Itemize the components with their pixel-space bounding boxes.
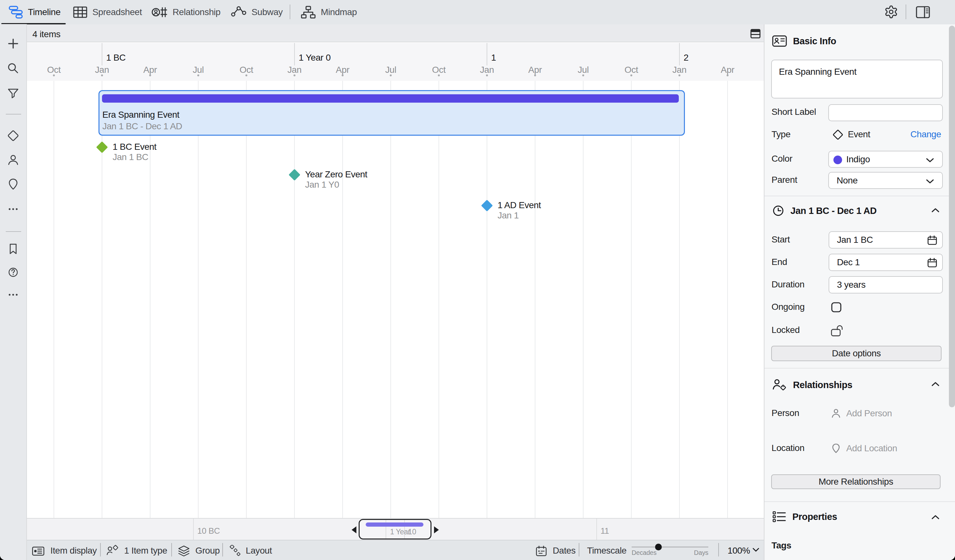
event-date: Jan 1 [498,210,519,221]
date-options-button[interactable]: Date options [771,346,941,361]
row-layout-icon[interactable] [750,28,761,40]
ongoing-checkbox[interactable] [831,302,842,314]
month-label: Oct [47,65,61,75]
event-title: Year Zero Event [305,169,367,180]
lock-open-icon[interactable] [830,323,844,339]
navigator-left-arrow[interactable] [352,526,356,533]
year-label: 1 [491,53,496,63]
start-input[interactable]: Jan 1 BC [828,231,943,249]
month-label: Jul [385,65,396,75]
month-tick-dot [197,74,199,76]
sidebar-item-search[interactable] [0,61,26,76]
layout-label[interactable]: Layout [246,546,272,556]
type-event-icon [831,128,844,142]
event-diamond-marker[interactable] [95,140,109,156]
sidebar-item-plus[interactable] [0,36,26,51]
parent-select[interactable]: None [828,172,943,189]
more-icon [6,202,20,216]
item-display-label[interactable]: Item display [50,546,97,556]
type-value: Event [848,129,870,139]
collapse-relationships-icon [930,379,941,391]
month-tick-dot [101,74,103,76]
month-tick-dot [534,74,536,76]
tab-relationship[interactable]: Relationship [152,0,221,24]
month-label: Oct [240,65,253,75]
properties-header: Properties [772,510,837,524]
add-person-button[interactable]: Add Person [830,408,892,419]
settings-icon[interactable] [884,5,899,20]
duration-input-value: 3 years [837,280,866,290]
event-diamond-marker[interactable] [287,168,302,183]
navigator-window-label: 1 Year 0 [390,528,416,536]
tab-subway[interactable]: Subway [231,0,283,24]
add-location-icon [830,443,842,454]
add-person-label: Add Person [846,408,892,419]
short-label-input[interactable] [828,104,943,121]
sidebar-item-location-pin[interactable] [0,177,26,191]
navigator-right-arrow[interactable] [434,526,439,533]
date-options-label: Date options [832,348,881,358]
change-type-link[interactable]: Change [910,129,941,139]
add-location-label: Add Location [846,443,897,454]
search-icon [6,61,20,76]
location-icon [6,177,20,191]
item-type-label[interactable]: 1 Item type [124,546,167,556]
group-label[interactable]: Group [196,546,220,556]
timeline-date-scale[interactable]: 1 BC1 Year 012OctJanAprJulOctJanAprJulOc… [27,43,764,81]
era-event-bar[interactable] [102,94,679,103]
relationships-header-title: Relationships [793,380,852,390]
dates-icon [535,545,550,560]
id-card-icon [772,34,787,48]
zoom-value[interactable]: 100% [728,546,750,556]
end-input[interactable]: Dec 1 [828,254,943,271]
panel-scrollbar[interactable] [949,26,955,407]
tab-mindmap[interactable]: Mindmap [301,0,357,24]
chart-grid-line [631,81,632,518]
month-tick-dot [582,74,584,76]
month-label: Oct [625,65,638,75]
event-diamond-marker[interactable] [480,199,494,214]
topbar-right-divider [906,5,906,19]
add-location-button[interactable]: Add Location [830,443,897,454]
add-button [6,36,20,51]
year-tick-line [679,43,680,66]
timeline-chart[interactable]: Era Spanning EventJan 1 BC - Dec 1 AD1 B… [27,81,764,518]
section-divider [764,368,955,369]
navigator-view-window[interactable]: 1 Year 01 [359,519,432,540]
month-label: Apr [143,65,157,75]
color-select[interactable]: Indigo [828,151,943,168]
start-label: Start [772,235,790,245]
sidebar-item-more-dots[interactable] [0,202,26,216]
sidebar-item-event-diamond[interactable] [0,128,26,143]
month-tick-dot [246,74,247,76]
navigator-year-line [596,519,597,540]
duration-input[interactable]: 3 years [828,276,943,294]
filter-icon [6,86,20,101]
type-label: Type [772,129,791,139]
chevron-down-icon [925,176,935,188]
sidebar-item-person[interactable] [0,153,26,167]
navigator-year-label: 10 BC [197,526,220,536]
panel-toggle-icon[interactable] [915,5,931,21]
month-tick-dot [390,74,392,76]
dates-label[interactable]: Dates [553,546,576,556]
timeline-navigator[interactable]: 10 BC111 Year 01 [27,518,764,540]
sidebar-item-bookmark[interactable] [0,241,26,256]
properties-icon [772,510,787,524]
more-relationships-button[interactable]: More Relationships [771,474,941,489]
items-count-label: 4 items [32,29,60,39]
chart-grid-line [679,81,680,518]
tab-timeline[interactable]: Timeline [8,0,61,24]
item-display-icon [32,545,47,560]
bottombar-divider [718,543,719,557]
timescale-slider-track[interactable] [632,546,708,547]
sidebar-item-filter[interactable] [0,86,26,101]
sidebar-item-help[interactable] [0,265,26,280]
name-field[interactable]: Era Spanning Event [771,59,943,99]
zoom-chevron-icon[interactable] [751,545,762,557]
month-label: Jul [193,65,204,75]
sidebar-item-more-dots-2[interactable] [0,287,26,302]
color-swatch [833,156,842,164]
inspector-panel: Basic InfoEra Spanning EventShort LabelT… [764,24,955,560]
tab-spreadsheet[interactable]: Spreadsheet [73,0,142,24]
